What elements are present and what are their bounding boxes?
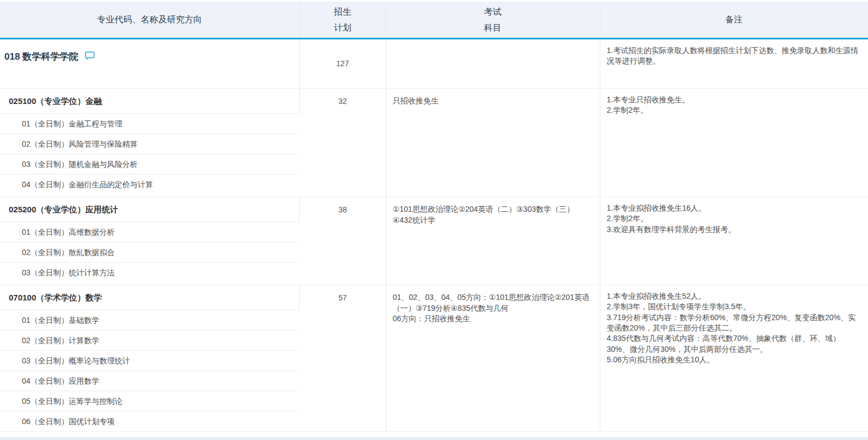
direction-cell: 01（全日制）高维数据分析 xyxy=(0,222,299,242)
direction-cell: 02（全日制）计算数学 xyxy=(0,331,299,351)
direction-cell: 03（全日制）随机金融与风险分析 xyxy=(0,154,299,175)
table-header-row: 专业代码、名称及研究方向 招生 计划 考试 科目 备注 xyxy=(0,2,868,39)
direction-cell: 04（全日制）金融衍生品的定价与计算 xyxy=(0,175,299,197)
direction-cell: 03（全日制）统计计算方法 xyxy=(0,263,299,285)
section-title-cell: 025200（专业学位）应用统计 xyxy=(0,197,299,222)
section-plan-cell: 32 xyxy=(299,89,386,197)
section-remarks-cell: 1.本专业拟招收推免生16人。 2.学制2年。 3.欢迎具有数理学科背景的考生报… xyxy=(600,197,868,285)
admissions-table: 专业代码、名称及研究方向 招生 计划 考试 科目 备注 018 数学科学学院 xyxy=(0,2,868,432)
section-row: 070100（学术学位）数学 57 01、02、03、04、05方向：①101思… xyxy=(0,285,868,310)
college-title: 018 数学科学学院 xyxy=(4,50,78,63)
section-remarks-cell: 1.本专业只招收推免生。 2.学制2年。 xyxy=(600,89,868,197)
header-remarks: 备注 xyxy=(600,2,868,39)
section-plan-cell: 38 xyxy=(299,197,386,285)
section-exam-cell: ①101思想政治理论②204英语（二）③303数学（三）④432统计学 xyxy=(386,197,600,285)
header-exam-subjects: 考试 科目 xyxy=(386,2,600,39)
direction-cell: 06（全日制）国优计划专项 xyxy=(0,412,299,432)
section-plan-cell: 57 xyxy=(299,285,386,432)
section-exam-cell: 01、02、03、04、05方向：①101思想政治理论②201英语（一）③719… xyxy=(386,285,600,432)
direction-cell: 01（全日制）基础数学 xyxy=(0,310,299,331)
direction-cell: 01（全日制）金融工程与管理 xyxy=(0,114,299,134)
section-row: 025100（专业学位）金融 32 只招收推免生 1.本专业只招收推免生。 2.… xyxy=(0,89,868,114)
direction-cell: 02（全日制）风险管理与保险精算 xyxy=(0,134,299,154)
comment-icon[interactable] xyxy=(85,51,95,63)
college-plan-cell: 127 xyxy=(299,39,386,89)
college-remarks-cell: 1.考试招生的实际录取人数将根据招生计划下达数、推免录取人数和生源情况等进行调整… xyxy=(600,39,868,89)
section-title-cell: 025100（专业学位）金融 xyxy=(0,89,299,114)
header-enrollment-plan: 招生 计划 xyxy=(299,2,386,39)
direction-cell: 05（全日制）运筹学与控制论 xyxy=(0,391,299,412)
header-major-code: 专业代码、名称及研究方向 xyxy=(0,2,299,39)
college-row: 018 数学科学学院 127 1.考试招生的实际录取人数将根据招生计划下达数、推… xyxy=(0,39,868,89)
section-row: 025200（专业学位）应用统计 38 ①101思想政治理论②204英语（二）③… xyxy=(0,197,868,222)
section-remarks-cell: 1.本专业拟招收推免生52人。 2.学制3年，国优计划专项学生学制3.5年。 3… xyxy=(600,285,868,432)
direction-cell: 02（全日制）散乱数据拟合 xyxy=(0,242,299,263)
college-exam-cell xyxy=(386,39,600,89)
page-bottom-strip xyxy=(0,437,868,440)
direction-cell: 04（全日制）应用数学 xyxy=(0,371,299,391)
section-exam-cell: 只招收推免生 xyxy=(386,89,600,197)
section-title-cell: 070100（学术学位）数学 xyxy=(0,285,299,310)
admissions-table-page: 专业代码、名称及研究方向 招生 计划 考试 科目 备注 018 数学科学学院 xyxy=(0,2,868,440)
college-title-cell: 018 数学科学学院 xyxy=(0,39,299,89)
direction-cell: 03（全日制）概率论与数理统计 xyxy=(0,351,299,371)
